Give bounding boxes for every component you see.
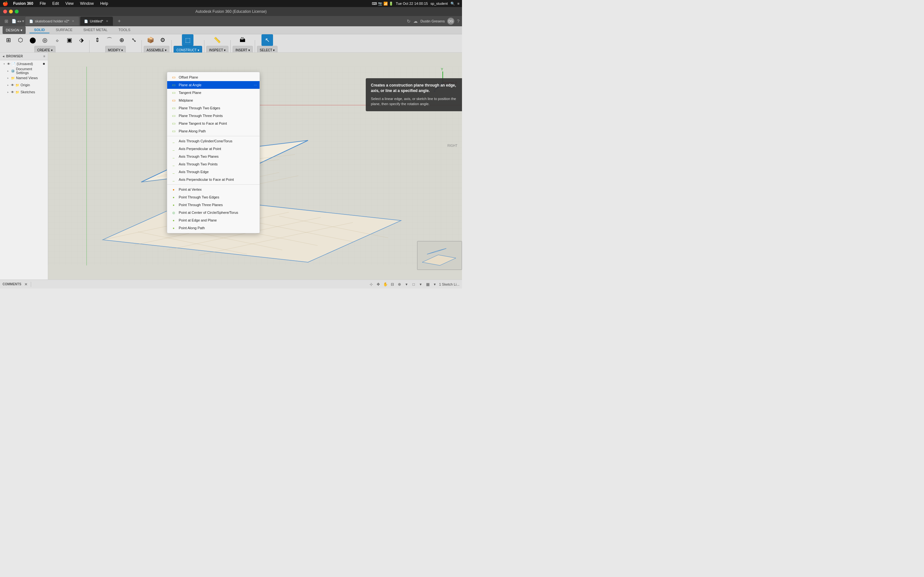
menu-axis-two-points[interactable]: ⎯ Axis Through Two Points bbox=[167, 160, 260, 168]
sidebar-collapse-icon[interactable]: ◂ bbox=[3, 55, 4, 58]
design-dropdown[interactable]: DESIGN ▾ bbox=[3, 26, 26, 34]
menu-point-two-edges[interactable]: ● Point Through Two Edges bbox=[167, 193, 260, 201]
zoom-fit-icon[interactable]: ⊟ bbox=[389, 282, 395, 287]
modify-scale-btn[interactable]: ⤡ bbox=[128, 34, 140, 46]
select-btn[interactable]: ↖ bbox=[262, 34, 273, 46]
tab-solid[interactable]: SOLID bbox=[29, 27, 49, 33]
zoom-in-icon[interactable]: ⊕ bbox=[397, 282, 402, 287]
viewport-pan-icon[interactable]: ✋ bbox=[383, 282, 388, 287]
menu-axis-cylinder[interactable]: ⎯ Axis Through Cylinder/Cone/Torus bbox=[167, 137, 260, 145]
cloud-icon[interactable]: ☁ bbox=[413, 19, 418, 24]
tab-surface[interactable]: SURFACE bbox=[51, 27, 77, 33]
sidebar-item-named-views[interactable]: ▸ 📁 Named Views bbox=[0, 74, 48, 81]
eye-icon-root[interactable]: 👁 bbox=[7, 62, 10, 66]
menu-midplane[interactable]: ▭ Midplane bbox=[167, 97, 260, 104]
modify-fillet-btn[interactable]: ⌒ bbox=[103, 34, 115, 46]
main-layout: ◂ BROWSER ≡ ▾ 👁 📄 (Unsaved) ⏺ ▸ ⚙️ Docum… bbox=[0, 53, 462, 279]
construct-plane-btn[interactable]: ⬚ bbox=[182, 34, 194, 46]
help-menu[interactable]: Help bbox=[99, 1, 110, 6]
menu-plane-at-angle[interactable]: ▭ Plane at Angle ⋯ bbox=[167, 81, 260, 89]
edit-menu[interactable]: Edit bbox=[51, 1, 60, 6]
menu-axis-two-planes[interactable]: ⎯ Axis Through Two Planes bbox=[167, 153, 260, 160]
close-button[interactable] bbox=[3, 10, 7, 13]
app-name-menu[interactable]: Fusion 360 bbox=[12, 1, 35, 6]
sidebar-label-sketches: Sketches bbox=[21, 90, 35, 94]
modify-combine-btn[interactable]: ⊕ bbox=[116, 34, 128, 46]
viewport-nav-icon[interactable]: ✥ bbox=[375, 282, 381, 287]
create-extrude-btn[interactable]: ⬡ bbox=[15, 34, 26, 46]
display-mode-icon[interactable]: □ bbox=[411, 282, 417, 287]
menu-icon[interactable]: ≡ bbox=[457, 2, 459, 5]
record-icon[interactable]: ⏺ bbox=[42, 62, 45, 65]
assemble-new-component-btn[interactable]: 📦 bbox=[145, 34, 156, 46]
menu-plane-two-edges[interactable]: ▭ Plane Through Two Edges bbox=[167, 104, 260, 112]
new-file-icon[interactable]: 📄 bbox=[11, 19, 16, 23]
menu-point-center[interactable]: ◎ Point at Center of Circle/Sphere/Torus bbox=[167, 209, 260, 216]
display-mode-dropdown[interactable]: ▾ bbox=[418, 282, 423, 287]
window-menu[interactable]: Window bbox=[79, 1, 95, 6]
create-new-body-btn[interactable]: ⊞ bbox=[3, 34, 14, 46]
sidebar-item-origin[interactable]: ▸ 👁 📁 Origin bbox=[0, 81, 48, 89]
create-sweep-btn[interactable]: ◎ bbox=[39, 34, 51, 46]
minimize-button[interactable] bbox=[9, 10, 13, 13]
select-icons: ↖ bbox=[262, 34, 273, 46]
viewport[interactable]: X Y Z RIGHT ▭ Offset Plane ▭ Plane at An… bbox=[48, 53, 462, 279]
viewport-move-icon[interactable]: ⊹ bbox=[368, 282, 374, 287]
tab-sheetmetal[interactable]: SHEET METAL bbox=[79, 27, 112, 33]
sidebar-item-sketches[interactable]: ▸ 👁 📁 Sketches bbox=[0, 89, 48, 95]
tab-tools[interactable]: TOOLS bbox=[114, 27, 135, 33]
user-avatar[interactable]: DG bbox=[447, 18, 454, 25]
tab-skateboard[interactable]: 📄 skateboard holder v2* ✕ bbox=[25, 17, 79, 26]
menu-plane-along-path[interactable]: ▭ Plane Along Path bbox=[167, 127, 260, 135]
menu-axis-perp-face[interactable]: ⎯ Axis Perpendicular to Face at Point bbox=[167, 176, 260, 183]
apps-grid-icon[interactable]: ⊞ bbox=[3, 17, 10, 25]
help-icon[interactable]: ? bbox=[457, 19, 459, 24]
comments-close-icon[interactable]: ✕ bbox=[23, 282, 29, 287]
nav-forward-icon[interactable]: ▸ bbox=[19, 19, 21, 23]
new-tab-button[interactable]: + bbox=[115, 17, 123, 25]
menu-point-three-planes[interactable]: ● Point Through Three Planes bbox=[167, 201, 260, 209]
modify-press-pull-btn[interactable]: ⇕ bbox=[91, 34, 103, 46]
user-account[interactable]: sp_student bbox=[431, 2, 448, 5]
menu-tangent-plane[interactable]: ▭ Tangent Plane bbox=[167, 89, 260, 97]
insert-image-btn[interactable]: 🏔 bbox=[237, 34, 248, 46]
maximize-button[interactable] bbox=[15, 10, 19, 13]
menu-point-vertex[interactable]: ● Point at Vertex bbox=[167, 185, 260, 193]
tooltip-panel: Creates a construction plane through an … bbox=[366, 78, 462, 111]
menu-axis-perp-point[interactable]: ⎯ Axis Perpendicular at Point bbox=[167, 145, 260, 153]
tab-file-icon: 📄 bbox=[29, 19, 33, 23]
create-loft-btn[interactable]: ⬦ bbox=[51, 34, 63, 46]
menu-plane-three-points[interactable]: ▭ Plane Through Three Points bbox=[167, 112, 260, 119]
refresh-icon[interactable]: ↻ bbox=[407, 19, 411, 24]
menu-plane-tangent-face[interactable]: ▭ Plane Tangent to Face at Point bbox=[167, 119, 260, 127]
browser-options-icon[interactable]: ≡ bbox=[43, 55, 45, 58]
menu-point-along-path[interactable]: ● Point Along Path bbox=[167, 224, 260, 232]
create-revolve-btn[interactable]: ⬤ bbox=[27, 34, 39, 46]
display-settings-icon[interactable]: ▦ bbox=[425, 282, 431, 287]
sidebar-item-doc-settings[interactable]: ▸ ⚙️ Document Settings bbox=[0, 67, 48, 74]
eye-icon-sketches[interactable]: 👁 bbox=[11, 90, 14, 94]
create-shell-btn[interactable]: ▣ bbox=[63, 34, 75, 46]
sidebar-item-root[interactable]: ▾ 👁 📄 (Unsaved) ⏺ bbox=[0, 60, 48, 67]
display-settings-dropdown[interactable]: ▾ bbox=[432, 282, 438, 287]
search-icon[interactable]: 🔍 bbox=[451, 2, 455, 6]
menu-offset-plane[interactable]: ▭ Offset Plane bbox=[167, 73, 260, 81]
nav-back-icon[interactable]: ◂ bbox=[17, 19, 19, 23]
file-menu[interactable]: File bbox=[39, 1, 47, 6]
tab-label-2: Untitled* bbox=[90, 19, 103, 23]
inspect-measure-btn[interactable]: 📏 bbox=[212, 34, 223, 46]
apple-menu[interactable]: 🍎 bbox=[3, 1, 8, 6]
zoom-dropdown[interactable]: ▾ bbox=[404, 282, 409, 287]
assemble-joint-btn[interactable]: ⚙ bbox=[157, 34, 168, 46]
menu-point-edge-plane[interactable]: ● Point at Edge and Plane bbox=[167, 216, 260, 224]
tab-close-1[interactable]: ✕ bbox=[105, 19, 109, 23]
sidebar: ◂ BROWSER ≡ ▾ 👁 📄 (Unsaved) ⏺ ▸ ⚙️ Docum… bbox=[0, 53, 48, 279]
eye-icon-origin[interactable]: 👁 bbox=[11, 83, 14, 87]
menu-axis-edge[interactable]: ⎯ Axis Through Edge bbox=[167, 168, 260, 176]
tab-close-0[interactable]: ✕ bbox=[71, 19, 75, 23]
view-menu[interactable]: View bbox=[64, 1, 75, 6]
menu-point-two-edges-label: Point Through Two Edges bbox=[179, 195, 219, 199]
create-chamfer-btn[interactable]: ⬗ bbox=[76, 34, 87, 46]
tab-untitled[interactable]: 📄 Untitled* ✕ bbox=[80, 17, 113, 26]
nav-down-icon[interactable]: ▾ bbox=[22, 19, 24, 23]
